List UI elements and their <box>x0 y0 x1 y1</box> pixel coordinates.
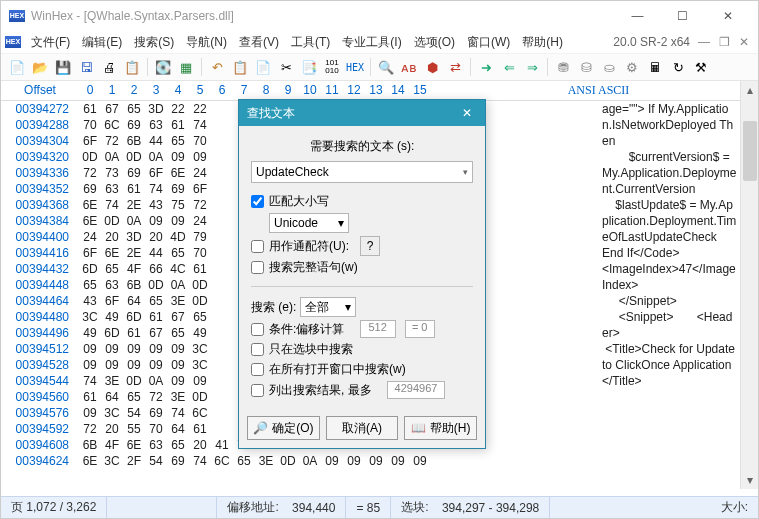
hex-byte[interactable]: 09 <box>167 213 189 229</box>
hex-byte[interactable]: 22 <box>189 101 211 117</box>
hex-byte[interactable]: 69 <box>167 453 189 469</box>
hex-byte[interactable] <box>211 277 233 293</box>
hex-byte[interactable]: 24 <box>189 165 211 181</box>
back-icon[interactable]: ⇐ <box>499 57 519 77</box>
hex-byte[interactable]: 61 <box>189 421 211 437</box>
hex-byte[interactable] <box>211 373 233 389</box>
encoding-select[interactable]: Unicode▾ <box>269 213 349 233</box>
scroll-thumb[interactable] <box>743 121 757 181</box>
hex-byte[interactable]: 67 <box>101 101 123 117</box>
hex-byte[interactable] <box>211 325 233 341</box>
hex-byte[interactable] <box>211 149 233 165</box>
scroll-up-icon[interactable]: ▴ <box>741 81 758 99</box>
disk3-icon[interactable]: ⛀ <box>599 57 619 77</box>
hex-byte[interactable]: 09 <box>79 341 101 357</box>
hex-byte[interactable]: 09 <box>101 357 123 373</box>
open-disk-icon[interactable]: 💽 <box>153 57 173 77</box>
binary-icon[interactable]: 101010 <box>322 57 342 77</box>
hex-byte[interactable]: 65 <box>167 437 189 453</box>
hex-byte[interactable]: 0A <box>145 373 167 389</box>
mdi-restore-icon[interactable]: ❐ <box>714 35 734 49</box>
hex-byte[interactable]: 72 <box>145 389 167 405</box>
hex-byte[interactable]: 73 <box>101 165 123 181</box>
hex-byte[interactable]: 49 <box>189 325 211 341</box>
hex-byte[interactable]: 0D <box>277 453 299 469</box>
hex-byte[interactable]: 65 <box>233 453 255 469</box>
hex-byte[interactable] <box>211 117 233 133</box>
hex-byte[interactable]: 09 <box>101 341 123 357</box>
hex-byte[interactable]: 54 <box>123 405 145 421</box>
hex-byte[interactable]: 20 <box>101 421 123 437</box>
hex-byte[interactable]: 65 <box>101 261 123 277</box>
hex-byte[interactable] <box>211 357 233 373</box>
hex-byte[interactable]: 3D <box>145 101 167 117</box>
hex-row[interactable]: 003946246E3C2F5469746C653E0D0A0909090909 <box>1 453 758 469</box>
hex-byte[interactable]: 4F <box>101 437 123 453</box>
hex-byte[interactable] <box>211 229 233 245</box>
hex-byte[interactable]: 43 <box>145 197 167 213</box>
search-text-input[interactable]: UpdateCheck ▾ <box>251 161 473 183</box>
hex-byte[interactable]: 3C <box>79 309 101 325</box>
help-button[interactable]: 📖帮助(H) <box>404 416 477 440</box>
hex-byte[interactable]: 09 <box>167 357 189 373</box>
hex-byte[interactable]: 72 <box>101 133 123 149</box>
dialog-titlebar[interactable]: 查找文本 ✕ <box>239 100 485 126</box>
hex-byte[interactable]: 09 <box>145 357 167 373</box>
hex-byte[interactable]: 72 <box>189 197 211 213</box>
list-results-checkbox[interactable] <box>251 384 264 397</box>
menu-options[interactable]: 选项(O) <box>408 32 461 53</box>
hex-byte[interactable]: 2E <box>123 245 145 261</box>
hex-byte[interactable] <box>211 341 233 357</box>
hex-byte[interactable]: 6F <box>101 293 123 309</box>
hex-byte[interactable]: 63 <box>145 117 167 133</box>
hex-byte[interactable]: 0D <box>189 293 211 309</box>
cut-icon[interactable]: ✂ <box>276 57 296 77</box>
hex-byte[interactable]: 72 <box>79 165 101 181</box>
hex-byte[interactable]: 6E <box>79 453 101 469</box>
tool-icon[interactable]: ⚒ <box>691 57 711 77</box>
hex-byte[interactable]: 61 <box>79 101 101 117</box>
menu-window[interactable]: 窗口(W) <box>461 32 516 53</box>
hex-icon[interactable]: HEX <box>345 57 365 77</box>
cond-checkbox[interactable] <box>251 323 264 336</box>
hex-byte[interactable]: 3C <box>189 341 211 357</box>
menu-edit[interactable]: 编辑(E) <box>76 32 128 53</box>
list-max-field[interactable]: 4294967 <box>387 381 445 399</box>
hex-byte[interactable]: 3C <box>101 405 123 421</box>
hex-byte[interactable]: 61 <box>189 261 211 277</box>
hex-byte[interactable]: 63 <box>101 277 123 293</box>
hex-byte[interactable]: 09 <box>167 373 189 389</box>
undo-icon[interactable]: ↶ <box>207 57 227 77</box>
dropdown-icon[interactable]: ▾ <box>463 167 468 177</box>
gear-icon[interactable]: ⚙ <box>622 57 642 77</box>
hex-byte[interactable]: 4C <box>167 261 189 277</box>
open-ram-icon[interactable]: ▦ <box>176 57 196 77</box>
hex-byte[interactable]: 43 <box>79 293 101 309</box>
hex-byte[interactable]: 6F <box>79 245 101 261</box>
hex-byte[interactable]: 2F <box>123 453 145 469</box>
hex-byte[interactable]: 63 <box>101 181 123 197</box>
hex-byte[interactable]: 0D <box>123 149 145 165</box>
hex-byte[interactable] <box>211 181 233 197</box>
hex-byte[interactable]: 6C <box>189 405 211 421</box>
new-file-icon[interactable]: 📄 <box>7 57 27 77</box>
hex-byte[interactable]: 54 <box>145 453 167 469</box>
paste-icon[interactable]: 📄 <box>253 57 273 77</box>
hex-byte[interactable]: 63 <box>145 437 167 453</box>
hex-byte[interactable] <box>211 421 233 437</box>
hex-byte[interactable]: 0A <box>145 149 167 165</box>
wildcard-char-field[interactable]: ? <box>360 236 380 256</box>
hex-byte[interactable]: 09 <box>145 213 167 229</box>
hex-byte[interactable]: 09 <box>145 341 167 357</box>
hex-byte[interactable]: 4F <box>123 261 145 277</box>
hex-byte[interactable]: 6C <box>211 453 233 469</box>
hex-byte[interactable]: 6B <box>123 277 145 293</box>
hex-byte[interactable]: 20 <box>189 437 211 453</box>
menu-help[interactable]: 帮助(H) <box>516 32 569 53</box>
hex-byte[interactable]: 66 <box>145 261 167 277</box>
clipboard-icon[interactable]: 📑 <box>299 57 319 77</box>
hex-byte[interactable]: 09 <box>79 357 101 373</box>
hex-byte[interactable]: 69 <box>79 181 101 197</box>
hex-byte[interactable]: 74 <box>101 197 123 213</box>
hex-byte[interactable]: 70 <box>189 245 211 261</box>
